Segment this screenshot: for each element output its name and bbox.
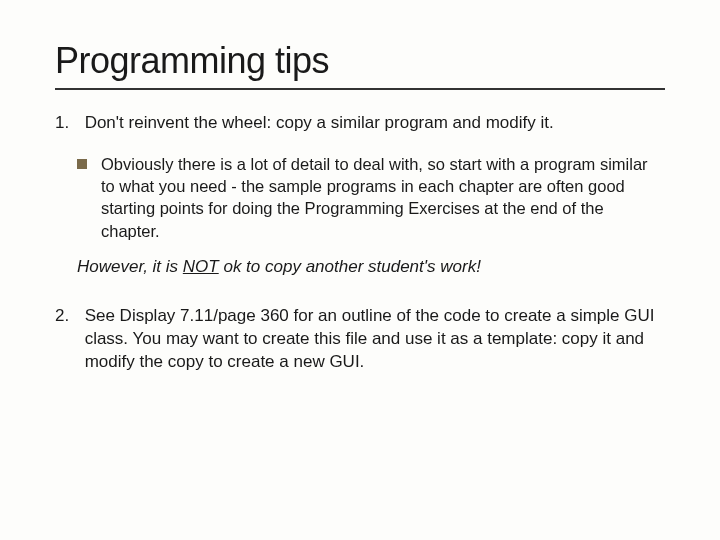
list-item-1: 1. Don't reinvent the wheel: copy a simi… [55, 112, 665, 135]
item-number: 1. [55, 112, 85, 135]
slide-title: Programming tips [55, 40, 665, 82]
sub-bullet-1: Obviously there is a lot of detail to de… [77, 153, 665, 242]
note-suffix: ok to copy another student's work! [219, 257, 481, 276]
square-bullet-icon [77, 159, 87, 169]
list-item-2: 2. See Display 7.11/page 360 for an outl… [55, 305, 665, 374]
note-prefix: However, it is [77, 257, 183, 276]
item-text: See Display 7.11/page 360 for an outline… [85, 305, 665, 374]
warning-note: However, it is NOT ok to copy another st… [77, 256, 665, 279]
note-emphasis: NOT [183, 257, 219, 276]
item-number: 2. [55, 305, 85, 374]
slide: Programming tips 1. Don't reinvent the w… [0, 0, 720, 540]
title-underline [55, 88, 665, 90]
item-text: Don't reinvent the wheel: copy a similar… [85, 112, 665, 135]
sub-bullet-text: Obviously there is a lot of detail to de… [101, 153, 665, 242]
